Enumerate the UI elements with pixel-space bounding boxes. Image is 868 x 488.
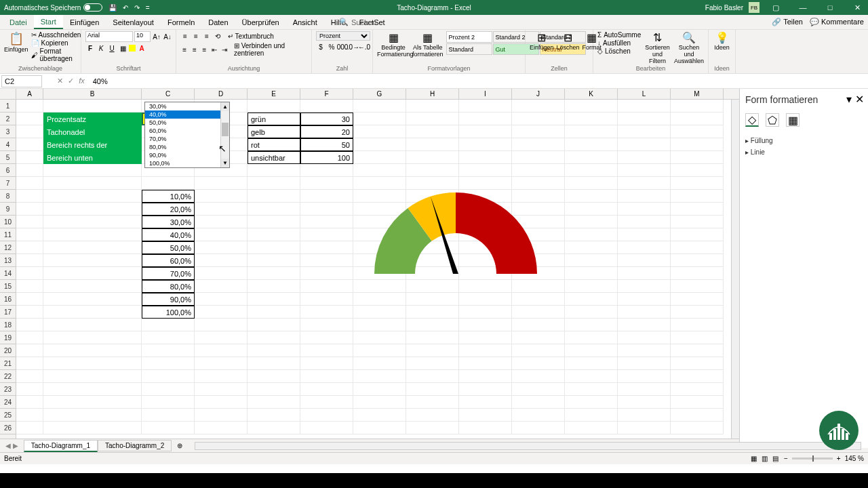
conditional-format-button[interactable]: ▦ Bedingte Formatierung <box>377 31 410 58</box>
size-tab-icon[interactable]: ▦ <box>786 113 800 127</box>
tab-formulas[interactable]: Formeln <box>161 15 201 29</box>
ribbon-options-icon[interactable]: ▢ <box>765 0 787 15</box>
row-header-14[interactable]: 14 <box>0 267 16 280</box>
comments-button[interactable]: 💬 Kommentare <box>810 18 864 26</box>
row-header-23[interactable]: 23 <box>0 383 16 396</box>
number-format-select[interactable]: Prozent <box>316 31 370 41</box>
fx-icon[interactable]: fx <box>79 77 85 85</box>
row-header-2[interactable]: 2 <box>0 113 16 125</box>
row-header-21[interactable]: 21 <box>0 357 16 370</box>
share-button[interactable]: 🔗 Teilen <box>772 18 803 26</box>
row-header-5[interactable]: 5 <box>0 151 16 164</box>
dropdown-item[interactable]: 60,0% <box>145 127 229 135</box>
close-icon[interactable]: ✕ <box>846 0 868 15</box>
indent-increase-icon[interactable]: ⇥ <box>220 45 229 54</box>
row-header-8[interactable]: 8 <box>0 190 16 203</box>
comma-icon[interactable]: 000 <box>338 42 347 52</box>
row-header-16[interactable]: 16 <box>0 293 16 306</box>
row-header-25[interactable]: 25 <box>0 409 16 422</box>
percent-icon[interactable]: % <box>327 42 336 52</box>
row-header-20[interactable]: 20 <box>0 344 16 357</box>
cell[interactable]: Bereich rechts der <box>43 138 142 151</box>
dropdown-item[interactable]: 30,0% <box>145 102 229 110</box>
redo-icon[interactable]: ↷ <box>134 4 140 12</box>
formula-input[interactable]: 40% <box>90 77 868 85</box>
align-left-icon[interactable]: ≡ <box>180 45 189 54</box>
add-sheet-icon[interactable]: ⊕ <box>172 442 188 449</box>
col-header-I[interactable]: I <box>459 89 512 99</box>
cell[interactable]: 50 <box>300 138 353 151</box>
accept-formula-icon[interactable]: ✓ <box>68 77 74 85</box>
col-header-J[interactable]: J <box>512 89 565 99</box>
cell[interactable]: 40,0% <box>142 228 195 241</box>
user-name[interactable]: Fabio Basler <box>705 4 743 12</box>
cell[interactable]: rot <box>248 138 300 151</box>
effects-tab-icon[interactable]: ⬠ <box>766 113 779 127</box>
cancel-formula-icon[interactable]: ✕ <box>57 77 63 85</box>
scroll-thumb[interactable] <box>222 123 229 136</box>
font-color-button[interactable]: A <box>137 43 146 53</box>
zoom-level[interactable]: 145 % <box>845 455 864 462</box>
zoom-slider[interactable] <box>792 458 833 460</box>
zoom-out-icon[interactable]: − <box>784 455 788 462</box>
increase-decimal-icon[interactable]: .0→ <box>349 42 358 52</box>
sheet-nav-icons[interactable]: ◀ ▶ <box>0 442 24 449</box>
cell[interactable]: 70,0% <box>142 267 195 280</box>
autosum-button[interactable]: Σ AutoSumme <box>597 31 641 39</box>
tab-start[interactable]: Start <box>34 15 63 29</box>
cut-button[interactable]: ✂Ausschneiden <box>31 31 81 39</box>
autosave-toggle[interactable]: Automatisches Speichern <box>4 3 102 12</box>
tab-insert[interactable]: Einfügen <box>63 15 106 29</box>
cell[interactable]: 60,0% <box>142 254 195 267</box>
vertical-scrollbar[interactable] <box>731 100 739 439</box>
border-button[interactable]: ▦ <box>118 43 127 53</box>
row-header-3[interactable]: 3 <box>0 125 16 138</box>
indent-decrease-icon[interactable]: ⇤ <box>210 45 219 54</box>
dropdown-item[interactable]: 100,0% <box>145 159 229 167</box>
dropdown-item[interactable]: 50,0% <box>145 119 229 127</box>
align-top-icon[interactable]: ≡ <box>180 31 190 41</box>
row-header-22[interactable]: 22 <box>0 370 16 383</box>
wrap-button[interactable]: ↵ Textumbruch <box>228 33 274 40</box>
cell[interactable]: 100,0% <box>142 306 195 319</box>
ideas-button[interactable]: 💡Ideen <box>713 31 731 51</box>
row-header-6[interactable]: 6 <box>0 164 16 177</box>
align-middle-icon[interactable]: ≡ <box>191 31 201 41</box>
col-header-M[interactable]: M <box>671 89 724 99</box>
dropdown-item[interactable]: 70,0% <box>145 135 229 143</box>
quick-access-toolbar[interactable]: 💾 ↶ ↷ = <box>106 4 151 12</box>
tab-layout[interactable]: Seitenlayout <box>106 15 161 29</box>
cell[interactable]: 50,0% <box>142 241 195 254</box>
col-header-H[interactable]: H <box>406 89 459 99</box>
style-standard[interactable]: Standard <box>446 43 492 55</box>
currency-icon[interactable]: $ <box>316 42 326 52</box>
underline-button[interactable]: U <box>107 43 117 53</box>
row-header-7[interactable]: 7 <box>0 177 16 190</box>
cell[interactable]: 30 <box>300 113 353 125</box>
increase-font-icon[interactable]: A↑ <box>152 32 161 41</box>
name-box[interactable]: C2 <box>1 75 42 87</box>
delete-cells-button[interactable]: ⊟Löschen <box>557 31 580 51</box>
align-bottom-icon[interactable]: ≡ <box>202 31 212 41</box>
italic-button[interactable]: K <box>96 43 106 53</box>
col-header-D[interactable]: D <box>195 89 248 99</box>
cell[interactable]: 80,0% <box>142 280 195 293</box>
tab-data[interactable]: Daten <box>201 15 235 29</box>
cell[interactable]: 100 <box>300 151 353 164</box>
cell[interactable]: Tachonadel <box>43 125 142 138</box>
maximize-icon[interactable]: □ <box>819 0 841 15</box>
tab-file[interactable]: Datei <box>3 15 34 29</box>
minimize-icon[interactable]: — <box>792 0 814 15</box>
row-header-13[interactable]: 13 <box>0 254 16 267</box>
fill-section[interactable]: ▸ Füllung <box>745 135 863 146</box>
cell[interactable]: Prozentsatz <box>43 113 142 125</box>
col-header-A[interactable]: A <box>16 89 43 99</box>
scroll-down-icon[interactable]: ▼ <box>221 159 229 167</box>
fill-line-tab-icon[interactable]: ◇ <box>745 113 759 127</box>
row-header-24[interactable]: 24 <box>0 396 16 409</box>
validation-dropdown[interactable]: 30,0%40,0%50,0%60,0%70,0%80,0%90,0%100,0… <box>144 102 230 168</box>
font-name-select[interactable]: Arial <box>85 31 133 42</box>
save-icon[interactable]: 💾 <box>108 4 117 12</box>
align-right-icon[interactable]: ≡ <box>200 45 209 54</box>
line-section[interactable]: ▸ Linie <box>745 146 863 158</box>
